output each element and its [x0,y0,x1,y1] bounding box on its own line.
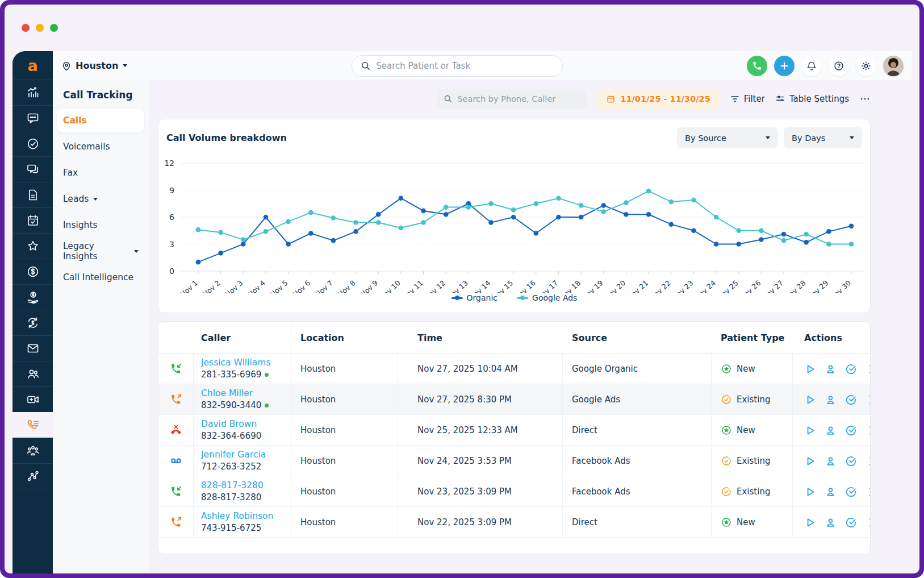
svg-text:Nov 28: Nov 28 [783,278,808,293]
table-row[interactable]: Chloe Miller832-590-3440HoustonNov 27, 2… [158,384,870,415]
more-options-button[interactable] [859,93,871,105]
svg-text:12: 12 [164,159,174,168]
sidebar-item-integrations[interactable] [12,463,53,489]
call-incoming-icon [169,362,183,376]
svg-text:6: 6 [169,213,174,222]
table-row[interactable]: Jessica Williams281-335-6969HoustonNov 2… [158,354,870,384]
open-button[interactable] [866,363,871,375]
play-button[interactable] [804,363,816,375]
maximize-window-button[interactable] [50,24,58,32]
legend-item-google-ads[interactable]: Google Ads [517,293,577,302]
column-header-location[interactable]: Location [291,322,398,354]
chevron-down-icon [850,136,854,139]
caller-name-link[interactable]: 828-817-3280 [201,480,264,492]
caller-name-link[interactable]: Jennifer Garcia [201,449,266,461]
caller-name-link[interactable]: Jessica Williams [201,357,270,369]
contact-button[interactable] [825,363,837,375]
contact-button[interactable] [825,517,837,529]
column-header-label: Time [417,332,442,343]
sidebar-item-payments[interactable] [12,284,53,310]
table-toolbar: 11/01/25 - 11/30/25 Filter Table Setting… [158,86,871,112]
column-header-actions[interactable]: Actions [793,322,870,354]
complete-button[interactable] [845,517,857,529]
open-button[interactable] [866,517,871,529]
sidebar-item-documents[interactable] [12,182,53,207]
play-button[interactable] [804,486,816,498]
minimize-window-button[interactable] [36,24,44,32]
svg-text:9: 9 [169,186,174,195]
table-settings-button[interactable]: Table Settings [775,94,849,104]
play-button[interactable] [804,425,816,436]
caller-name-link[interactable]: Ashley Robinson [201,510,273,522]
sidebar-item-call-tracking[interactable] [12,412,53,438]
user-avatar[interactable] [883,56,904,76]
add-new-button[interactable] [774,56,795,76]
svg-text:3: 3 [169,240,174,249]
settings-button[interactable] [856,56,876,76]
menu-item-calls[interactable]: Calls [57,109,144,132]
column-header-source[interactable]: Source [563,322,712,354]
open-button[interactable] [866,425,871,436]
play-button[interactable] [804,455,816,467]
column-header-patient-type[interactable]: Patient Type [712,322,793,354]
complete-button[interactable] [845,425,857,436]
date-range-picker[interactable]: 11/01/25 - 11/30/25 [597,89,719,109]
sidebar-item-billing[interactable] [12,259,53,284]
table-row[interactable]: 828-817-3280828-817-3280HoustonNov 23, 2… [158,476,870,507]
table-row[interactable]: Ashley Robinson743-915-6725HoustonNov 22… [158,507,870,538]
menu-item-leads[interactable]: Leads [57,187,144,211]
open-button[interactable] [866,394,871,406]
caller-name-link[interactable]: David Brown [201,418,257,430]
contact-button[interactable] [825,455,837,467]
complete-button[interactable] [845,394,857,406]
play-button[interactable] [804,517,816,529]
dial-call-button[interactable] [747,56,767,76]
contact-button[interactable] [825,394,837,406]
contact-button[interactable] [825,425,837,436]
search-icon [443,94,453,103]
sidebar-item-appointments[interactable] [12,207,53,233]
table-row[interactable]: David Brown832-364-6690HoustonNov 25, 20… [158,415,870,446]
sidebar-item-conversations[interactable] [12,156,53,182]
sidebar-item-tasks[interactable] [12,131,53,156]
menu-item-voicemails[interactable]: Voicemails [57,135,144,159]
svg-text:Nov 6: Nov 6 [291,278,312,293]
table-row[interactable]: Jennifer Garcia712-263-3252HoustonNov 24… [158,446,870,476]
time-cell: Nov 24, 2025 3:53 PM [398,446,563,476]
contact-button[interactable] [825,486,837,498]
legend-item-organic[interactable]: Organic [451,293,497,302]
time-cell: Nov 25, 2025 12:33 AM [398,415,563,446]
sidebar-item-patients[interactable] [12,361,53,386]
by-source-dropdown[interactable]: By Source [677,127,778,148]
column-header-time[interactable]: Time [398,322,563,354]
menu-item-insights[interactable]: Insights [57,213,144,237]
open-button[interactable] [866,486,871,498]
sidebar-item-telemed[interactable] [12,386,53,412]
close-window-button[interactable] [22,24,30,32]
location-selector[interactable]: Houston [61,60,127,72]
complete-button[interactable] [845,455,857,467]
sidebar-item-chat[interactable] [12,105,53,131]
complete-button[interactable] [845,486,857,498]
notifications-button[interactable] [801,56,822,76]
open-button[interactable] [866,455,871,467]
global-search-input[interactable] [352,55,563,77]
column-header-label: Source [572,332,607,343]
filter-button[interactable]: Filter [730,94,765,104]
app-logo[interactable]: a [12,51,53,80]
help-button[interactable] [829,56,849,76]
complete-button[interactable] [845,363,857,375]
by-days-dropdown[interactable]: By Days [784,127,862,148]
phone-caller-search-input[interactable] [437,89,587,109]
menu-item-legacy-insights[interactable]: Legacy Insights [57,239,144,263]
sidebar-item-email[interactable] [12,335,53,361]
sidebar-item-analytics[interactable] [12,80,53,105]
sidebar-item-reviews[interactable] [12,233,53,259]
menu-item-fax[interactable]: Fax [57,161,144,185]
caller-name-link[interactable]: Chloe Miller [201,388,253,400]
sidebar-item-team[interactable] [12,438,53,463]
sidebar-item-transactions[interactable] [12,310,53,335]
play-button[interactable] [804,394,816,406]
menu-item-call-intelligence[interactable]: Call Intelligence [57,265,144,289]
column-header-caller[interactable]: Caller [194,322,291,354]
